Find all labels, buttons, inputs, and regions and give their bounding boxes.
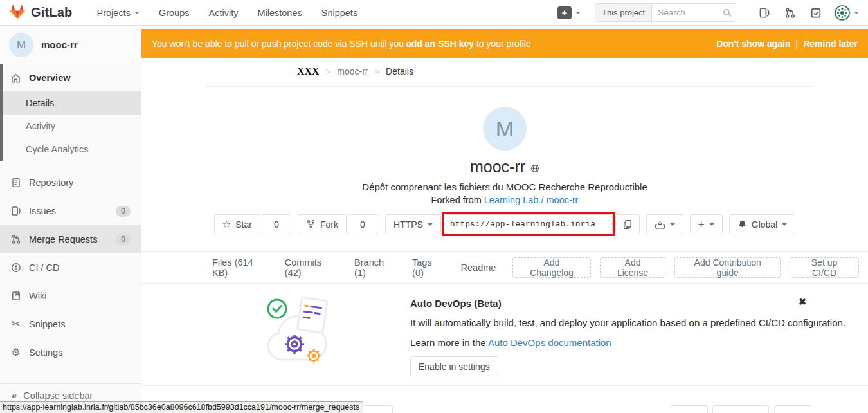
search-icon: [723, 9, 730, 15]
enable-in-settings-button[interactable]: Enable in settings: [410, 356, 498, 376]
project-description: Dépôt comprenant les fichiers du MOOC Re…: [141, 181, 868, 192]
add-new-dropdown[interactable]: +: [690, 214, 723, 234]
tanuki-icon: [9, 4, 26, 22]
menu-groups[interactable]: Groups: [159, 8, 190, 18]
chevron-down-icon: [134, 12, 140, 14]
clone-url-wrapper: [444, 214, 613, 234]
add-license-button[interactable]: Add License: [600, 257, 666, 278]
protocol-dropdown[interactable]: HTTPS: [385, 214, 441, 234]
breadcrumb-namespace[interactable]: XXX: [297, 66, 320, 77]
new-dropdown[interactable]: +: [557, 6, 581, 19]
user-avatar[interactable]: [834, 5, 851, 21]
status-bar-link-preview: https://app-learninglab.inria.fr/gitlab/…: [0, 401, 363, 413]
project-avatar: M: [483, 107, 527, 151]
sidebar-item-cycle-analytics[interactable]: Cycle Analytics: [3, 138, 141, 161]
sidebar-item-repository[interactable]: Repository: [0, 169, 141, 197]
sidebar-section-overview: Overview Details Activity Cycle Analytic…: [0, 64, 141, 161]
plus-icon: +: [557, 6, 572, 19]
sidebar-item-wiki[interactable]: Wiki: [0, 282, 141, 310]
dont-show-again-link[interactable]: Don't show again: [716, 39, 790, 49]
auto-devops-learn-line: Learn more in the Auto DevOps documentat…: [410, 337, 845, 348]
tab-branch[interactable]: Branch (1): [354, 257, 395, 278]
wiki-icon: [10, 291, 21, 301]
auto-devops-doc-link[interactable]: Auto DevOps documentation: [488, 337, 611, 348]
star-icon: ☆: [222, 219, 231, 229]
menu-milestones[interactable]: Milestones: [257, 8, 302, 18]
forked-from-line: Forked from Learning Lab / mooc-rr: [141, 195, 868, 205]
menu-activity[interactable]: Activity: [208, 8, 238, 18]
home-icon: [10, 73, 21, 84]
sidebar-item-snippets[interactable]: ✂ Snippets: [0, 310, 141, 338]
brand-name: GitLab: [31, 5, 73, 20]
breadcrumb: XXX > mooc-rr > Details: [297, 66, 413, 77]
plus-icon: +: [698, 219, 705, 230]
globe-icon: [530, 164, 539, 173]
close-icon[interactable]: ✖: [799, 297, 806, 307]
auto-devops-title: Auto DevOps (Beta): [410, 298, 845, 309]
ssh-warning-banner: You won't be able to pull or push projec…: [141, 29, 868, 58]
chevron-down-icon: [709, 223, 714, 226]
main-content: You won't be able to pull or push projec…: [141, 26, 868, 413]
gitlab-logo[interactable]: GitLab: [9, 4, 73, 22]
menu-snippets[interactable]: Snippets: [321, 8, 357, 18]
notification-dropdown[interactable]: Global: [729, 214, 795, 234]
clone-url-input[interactable]: [444, 214, 613, 234]
setup-ci-cd-button[interactable]: Set up CI/CD: [790, 257, 859, 278]
copy-clone-url-button[interactable]: [615, 214, 640, 234]
top-navbar: GitLab Projects Groups Activity Mileston…: [0, 0, 868, 26]
project-avatar-small: M: [9, 33, 33, 57]
fork-count-button[interactable]: 0: [348, 214, 377, 234]
project-stats-bar: Files (614 KB) Commits (42) Branch (1) T…: [141, 252, 868, 284]
merge-requests-icon[interactable]: [784, 7, 796, 19]
star-count-button[interactable]: 0: [262, 214, 291, 234]
project-name: mooc-rr: [470, 158, 525, 176]
main-menu: Projects Groups Activity Milestones Snip…: [97, 8, 358, 18]
issues-icon: [10, 206, 21, 216]
project-title-row: mooc-rr: [141, 158, 868, 176]
download-dropdown[interactable]: [646, 214, 683, 234]
forked-from-link[interactable]: Learning Lab / mooc-rr: [484, 195, 579, 205]
navbar-right: + This project: [557, 3, 859, 22]
sidebar-item-settings[interactable]: ⚙ Settings: [0, 338, 141, 367]
fork-button[interactable]: Fork: [298, 214, 347, 234]
sidebar-item-merge-requests[interactable]: Merge Requests 0: [0, 225, 141, 253]
tab-commits[interactable]: Commits (42): [285, 257, 338, 278]
partial-button[interactable]: [358, 405, 393, 413]
sidebar-nav: Overview Details Activity Cycle Analytic…: [0, 64, 141, 367]
document-icon: [10, 178, 21, 188]
count-badge: 0: [116, 234, 131, 245]
partial-button[interactable]: [671, 405, 708, 413]
breadcrumb-project[interactable]: mooc-rr: [337, 66, 368, 77]
tab-files[interactable]: Files (614 KB): [212, 257, 268, 278]
merge-request-icon: [10, 234, 21, 244]
tab-tags[interactable]: Tags (0): [412, 257, 444, 278]
sidebar-item-activity[interactable]: Activity: [3, 115, 141, 138]
add-changelog-button[interactable]: Add Changelog: [512, 257, 590, 278]
partial-button[interactable]: [712, 405, 769, 413]
sidebar-item-issues[interactable]: Issues 0: [0, 197, 141, 225]
sidebar-item-overview[interactable]: Overview: [3, 64, 141, 91]
sidebar-project-header[interactable]: M mooc-rr: [0, 26, 141, 64]
ssh-warning-text: You won't be able to pull or push projec…: [152, 39, 531, 49]
issue-boards-icon[interactable]: [759, 7, 770, 19]
breadcrumb-page[interactable]: Details: [386, 66, 413, 77]
chevron-down-icon[interactable]: [854, 12, 859, 14]
breadcrumb-separator: >: [375, 67, 380, 77]
star-button[interactable]: ☆ Star: [214, 214, 260, 234]
auto-devops-body: It will automatically build, test, and d…: [410, 317, 845, 328]
add-ssh-key-link[interactable]: add an SSH key: [406, 39, 474, 49]
partial-button[interactable]: [774, 405, 811, 413]
bell-icon: [737, 219, 747, 229]
todos-icon[interactable]: [810, 7, 822, 19]
collapse-chevrons-icon: «: [12, 390, 17, 400]
download-icon: [655, 219, 665, 230]
tab-readme[interactable]: Readme: [461, 262, 496, 273]
sidebar-item-ci-cd[interactable]: CI / CD: [0, 253, 141, 282]
sidebar-item-details[interactable]: Details: [3, 91, 141, 115]
project-sidebar: M mooc-rr Overview Details Activity Cycl…: [0, 26, 141, 413]
menu-projects[interactable]: Projects: [97, 8, 140, 18]
chevron-down-icon: [575, 12, 581, 14]
add-contribution-guide-button[interactable]: Add Contribution guide: [674, 257, 781, 278]
remind-later-link[interactable]: Remind later: [803, 39, 858, 49]
fork-icon: [306, 219, 316, 229]
